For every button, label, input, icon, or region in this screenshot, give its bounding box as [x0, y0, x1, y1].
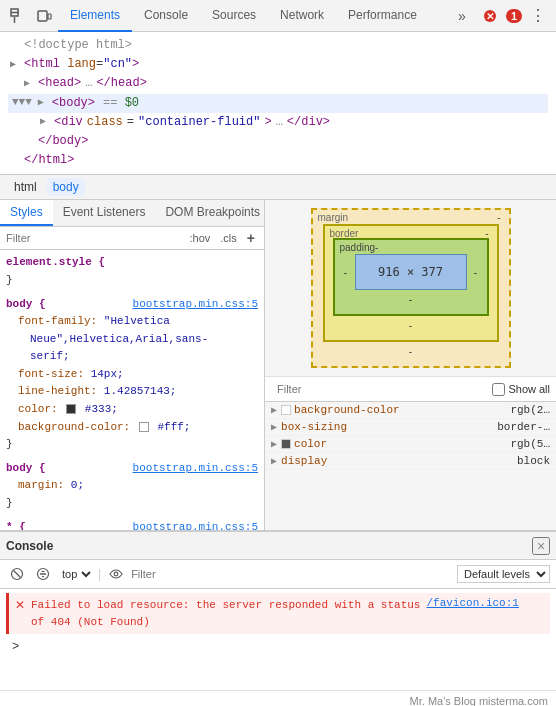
style-prop-font-family: font-family: "Helvetica: [6, 313, 258, 331]
device-toggle-icon[interactable]: [32, 4, 56, 28]
console-clear-btn[interactable]: [6, 563, 28, 585]
computed-filter-bar: Show all: [265, 377, 556, 402]
source-link-1[interactable]: bootstrap.min.css:5: [133, 296, 258, 314]
svg-text:✕: ✕: [486, 11, 494, 22]
collapse-arrow-div[interactable]: ▶: [40, 114, 50, 130]
styles-panel: Styles Event Listeners DOM Breakpoints P…: [0, 200, 265, 530]
expand-arrow-color[interactable]: ▶: [271, 438, 277, 450]
breadcrumb-body[interactable]: body: [47, 178, 85, 196]
footer-text: Mr. Ma's Blog misterma.com: [410, 695, 548, 706]
console-panel: Console × top |: [0, 530, 556, 690]
style-prop-line-height: line-height: 1.42857143;: [6, 383, 258, 401]
console-header: Console ×: [0, 532, 556, 560]
expand-arrow-display[interactable]: ▶: [271, 455, 277, 467]
console-close-btn[interactable]: ×: [532, 537, 550, 555]
more-tabs-btn[interactable]: »: [450, 4, 474, 28]
error-icon: ✕: [15, 598, 25, 612]
style-prop-margin: margin: 0;: [6, 477, 258, 495]
source-line-div[interactable]: ▶ <div class="container-fluid">…</div>: [8, 113, 548, 132]
collapse-arrow-body[interactable]: ▶: [38, 95, 48, 111]
style-prop-font-family-cont: Neue",Helvetica,Arial,sans-: [6, 331, 258, 349]
console-toolbar: top | Default levels: [0, 560, 556, 589]
collapse-arrow-html[interactable]: ▶: [10, 57, 20, 73]
padding-label: padding-: [340, 242, 379, 253]
console-content: ✕ Failed to load resource: the server re…: [0, 589, 556, 690]
computed-name-bg: background-color: [294, 404, 510, 416]
computed-item-box-sizing[interactable]: ▶ box-sizing border-…: [265, 419, 556, 436]
expand-arrow-box[interactable]: ▶: [271, 421, 277, 433]
console-level-select[interactable]: Default levels: [457, 565, 550, 583]
source-link-3[interactable]: bootstrap.min.css:5: [133, 519, 258, 531]
no-arrow: [10, 38, 20, 54]
devtools-tabs: Elements Console Sources Network Perform…: [58, 0, 448, 32]
console-context-select[interactable]: top: [58, 567, 94, 581]
toolbar-right: » ✕ 1 ⋮: [450, 4, 550, 28]
computed-item-color[interactable]: ▶ color rgb(5…: [265, 436, 556, 453]
content-size: 916 × 377: [378, 265, 443, 279]
box-model-container: margin - border - padding- -: [265, 200, 556, 376]
add-style-rule-btn[interactable]: +: [244, 230, 258, 246]
source-line-head[interactable]: ▶ <head>…</head>: [8, 74, 548, 93]
svg-rect-3: [38, 11, 47, 21]
console-eye-btn[interactable]: [105, 563, 127, 585]
swatch-color: [281, 439, 291, 449]
computed-val-box: border-…: [497, 421, 550, 433]
toolbar-sep: |: [98, 567, 101, 581]
no-arrow-3: [10, 153, 20, 169]
tab-console[interactable]: Console: [132, 0, 200, 32]
console-error-row: ✕ Failed to load resource: the server re…: [6, 593, 550, 634]
computed-val-bg: rgb(2…: [510, 404, 550, 416]
console-filter-toggle[interactable]: [32, 563, 54, 585]
tab-network[interactable]: Network: [268, 0, 336, 32]
style-prop-font-family-cont2: serif;: [6, 348, 258, 366]
styles-filter-input[interactable]: [6, 232, 183, 244]
style-prop-font-size: font-size: 14px;: [6, 366, 258, 384]
computed-filter-input[interactable]: [271, 380, 486, 398]
source-line-html-close: </html>: [8, 151, 548, 170]
inspect-icon[interactable]: [6, 4, 30, 28]
body-tag: <body>: [52, 94, 95, 113]
devtools-toolbar: Elements Console Sources Network Perform…: [0, 0, 556, 32]
source-line-body-close: </body>: [8, 132, 548, 151]
source-line-doctype: <!doctype html>: [8, 36, 548, 55]
console-filter-input[interactable]: [131, 568, 453, 580]
margin-label: margin: [318, 212, 349, 223]
tab-dom-breakpoints[interactable]: DOM Breakpoints: [155, 200, 265, 226]
breadcrumb-html[interactable]: html: [8, 178, 43, 196]
show-all-checkbox[interactable]: [492, 383, 505, 396]
tab-elements[interactable]: Elements: [58, 0, 132, 32]
svg-line-8: [14, 571, 21, 578]
computed-name-display: display: [281, 455, 517, 467]
source-link-2[interactable]: bootstrap.min.css:5: [133, 460, 258, 478]
tab-performance[interactable]: Performance: [336, 0, 429, 32]
tab-event-listeners[interactable]: Event Listeners: [53, 200, 156, 226]
style-rule-body-1: body { bootstrap.min.css:5 font-family: …: [6, 296, 258, 454]
border-bottom-val: -: [409, 320, 412, 331]
source-line-html[interactable]: ▶ <html lang="cn">: [8, 55, 548, 74]
cls-filter-btn[interactable]: .cls: [217, 231, 240, 245]
close-icon[interactable]: ✕: [478, 4, 502, 28]
div-tag: <div: [54, 113, 83, 132]
color-swatch-fff: [139, 422, 149, 432]
console-prompt-row: >: [6, 638, 550, 656]
styles-content: element.style { } body { bootstrap.min.c…: [0, 250, 264, 530]
brace-close-3: }: [6, 497, 13, 509]
style-rule-body-2: body { bootstrap.min.css:5 margin: 0; }: [6, 460, 258, 513]
html-source-panel: <!doctype html> ▶ <html lang="cn"> ▶ <he…: [0, 32, 556, 175]
expand-arrow-bg[interactable]: ▶: [271, 404, 277, 416]
selected-marker: == $0: [103, 94, 139, 113]
source-line-body[interactable]: ▼▼▼ ▶ <body> == $0: [8, 94, 548, 113]
style-rule-element: element.style { }: [6, 254, 258, 289]
padding-bottom-val: -: [409, 294, 412, 305]
tab-sources[interactable]: Sources: [200, 0, 268, 32]
svg-rect-4: [48, 14, 51, 19]
html-close-tag: </html>: [24, 151, 74, 170]
error-source-link[interactable]: /favicon.ico:1: [426, 597, 518, 609]
computed-item-bg-color[interactable]: ▶ background-color rgb(2…: [265, 402, 556, 419]
computed-item-display[interactable]: ▶ display block: [265, 453, 556, 470]
error-message-container: Failed to load resource: the server resp…: [31, 597, 420, 630]
collapse-arrow-head[interactable]: ▶: [24, 76, 34, 92]
hov-filter-btn[interactable]: :hov: [187, 231, 214, 245]
tab-styles[interactable]: Styles: [0, 200, 53, 226]
devtools-menu-btn[interactable]: ⋮: [526, 4, 550, 28]
